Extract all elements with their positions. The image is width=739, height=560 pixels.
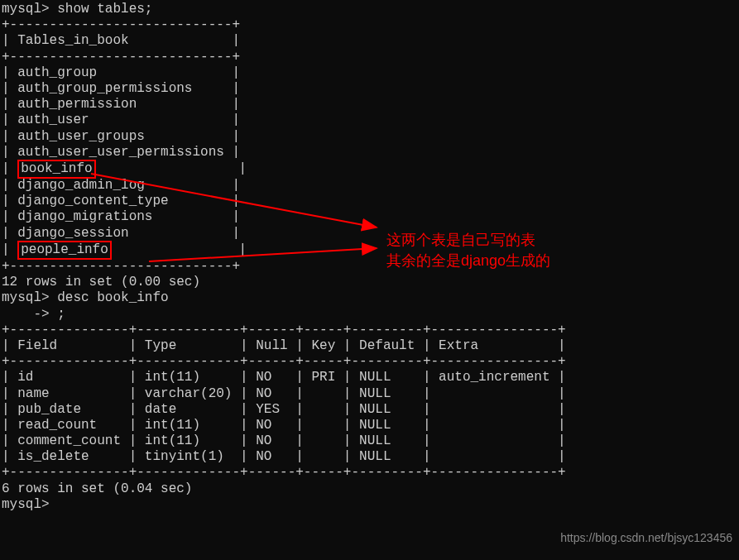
table-row: | auth_permission | xyxy=(0,97,739,112)
desc-header: | Field | Type | Null | Key | Default | … xyxy=(0,338,739,354)
desc-sep-bottom: +---------------+-------------+------+--… xyxy=(0,465,739,481)
desc-row: | pub_date | date | YES | | NULL | | xyxy=(0,402,739,418)
table-row: | auth_user | xyxy=(0,112,739,128)
mysql-prompt-1: mysql> show tables; xyxy=(0,2,739,17)
table-sep-bottom: +----------------------------+ xyxy=(0,259,739,275)
desc-sep-top: +---------------+-------------+------+--… xyxy=(0,323,739,338)
desc-row: | id | int(11) | NO | PRI | NULL | auto_… xyxy=(0,370,739,385)
desc-row: | is_delete | tinyint(1) | NO | | NULL |… xyxy=(0,449,739,465)
watermark: https://blog.csdn.net/bjsyc123456 xyxy=(560,531,732,545)
mysql-prompt-3: mysql> xyxy=(0,497,739,513)
desc-sep-mid: +---------------+-------------+------+--… xyxy=(0,354,739,370)
table-row-book-info: | book_info | xyxy=(0,160,739,178)
highlight-book-info: book_info xyxy=(17,160,95,179)
table-row: | django_admin_log | xyxy=(0,178,739,194)
mysql-prompt-2: mysql> desc book_info xyxy=(0,290,739,306)
desc-row: | comment_count | int(11) | NO | | NULL … xyxy=(0,433,739,449)
tables-header: | Tables_in_book | xyxy=(0,33,739,49)
table-row: | django_session | xyxy=(0,226,739,242)
highlight-people-info: people_info xyxy=(17,241,112,260)
mysql-prompt-2-cont: -> ; xyxy=(0,307,739,323)
table-sep-mid: +----------------------------+ xyxy=(0,50,739,65)
desc-row: | read_count | int(11) | NO | | NULL | | xyxy=(0,418,739,433)
rows-result-1: 12 rows in set (0.00 sec) xyxy=(0,275,739,290)
table-row: | auth_user_groups | xyxy=(0,129,739,145)
table-row-people-info: | people_info | xyxy=(0,242,739,259)
table-row: | django_content_type | xyxy=(0,194,739,209)
table-row: | auth_group_permissions | xyxy=(0,81,739,97)
annotation-text: 这两个表是自己写的表 其余的全是django生成的 xyxy=(386,230,550,271)
desc-row: | name | varchar(20) | NO | | NULL | | xyxy=(0,386,739,402)
table-row: | django_migrations | xyxy=(0,209,739,225)
table-sep-top: +----------------------------+ xyxy=(0,17,739,33)
table-row: | auth_user_user_permissions | xyxy=(0,145,739,160)
rows-result-2: 6 rows in set (0.04 sec) xyxy=(0,481,739,497)
table-row: | auth_group | xyxy=(0,65,739,81)
